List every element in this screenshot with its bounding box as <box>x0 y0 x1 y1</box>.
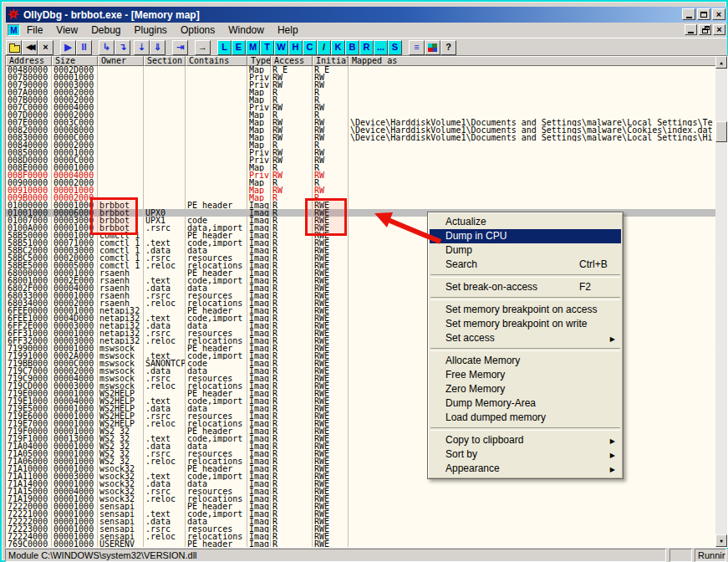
context-menu-item-dump-in-cpu[interactable]: Dump in CPU <box>430 229 621 243</box>
column-header[interactable]: Owner <box>98 56 144 66</box>
view-log-button[interactable]: L <box>217 40 232 55</box>
run-button[interactable]: ▶ <box>60 40 76 55</box>
memory-map-row[interactable]: 769C0000 00001000 USERENV PE header Imag… <box>6 540 715 547</box>
context-menu-item-free-memory[interactable]: Free Memory <box>430 368 621 382</box>
maximize-button[interactable] <box>697 8 710 20</box>
execute-till-return-button[interactable]: ⇥ <box>172 40 188 55</box>
context-menu-item-set-break-on-access[interactable]: Set break-on-access F2 <box>430 280 621 294</box>
view-threads-button[interactable]: T <box>260 40 274 55</box>
context-menu-item-sort-by[interactable]: Sort by ▶ <box>430 447 621 462</box>
memory-map-row[interactable]: 71A14000 00001000 wsock32 .data data Ima… <box>6 480 715 488</box>
column-header[interactable]: Size <box>52 56 98 66</box>
context-menu-item-set-memory-breakpoint-on-access[interactable]: Set memory breakpoint on access <box>430 303 621 317</box>
restart-button[interactable]: ◀◀ <box>22 40 38 55</box>
view-breakpoints-button[interactable]: B <box>345 40 359 55</box>
view-source-button[interactable]: S <box>388 40 402 55</box>
title-bar[interactable]: OllyDbg - brbbot.exe - [Memory map] × <box>6 7 727 23</box>
context-menu-item-set-memory-breakpoint-on-write[interactable]: Set memory breakpoint on write <box>430 317 621 331</box>
memory-map-row[interactable]: 00480000 0002D000 Map R E R E <box>6 66 715 74</box>
cell-section <box>144 307 186 314</box>
memory-map-row[interactable]: 008E0000 00001000 Map R R <box>6 164 715 171</box>
mdi-restore-button[interactable] <box>699 24 711 35</box>
column-header[interactable]: Section <box>144 56 186 66</box>
memory-map-row[interactable]: 00840000 00002000 Map R R <box>6 141 715 149</box>
mdi-close-button[interactable]: × <box>713 24 725 35</box>
context-menu-item-allocate-memory[interactable]: Allocate Memory <box>430 354 621 368</box>
memory-map-row[interactable]: 007D0000 00002000 Map R R <box>6 111 715 119</box>
memory-map-row[interactable]: 72223000 00001000 sensapi .rsrc resource… <box>6 525 715 533</box>
menu-item-view[interactable]: View <box>49 24 84 36</box>
cell-contains: relocations <box>186 262 247 269</box>
memory-map-row[interactable]: 007C0000 00004000 Priv RW RW <box>6 104 715 111</box>
context-menu-item-zero-memory[interactable]: Zero Memory <box>430 382 621 396</box>
context-menu-item-actualize[interactable]: Actualize <box>430 215 621 229</box>
open-file-button[interactable] <box>6 40 22 55</box>
pause-button[interactable]: II <box>76 40 92 55</box>
memory-map-row[interactable]: 71A19000 00001000 wsock32 .reloc relocat… <box>6 495 715 503</box>
memory-map-row[interactable]: 008F0000 00004000 Priv RW RW <box>6 171 715 179</box>
cell-owner: wsock32 <box>98 495 144 503</box>
memory-map-row[interactable]: 00790000 00003000 Priv RW RW <box>6 81 715 89</box>
memory-map-row[interactable]: 008D0000 0000C000 Priv RW RW <box>6 156 715 164</box>
column-header[interactable]: Initial <box>313 56 349 66</box>
column-header[interactable]: Type <box>247 56 271 66</box>
memory-map-row[interactable]: 00820000 00008000 Map RW RW \Device\Hard… <box>6 126 715 134</box>
close-program-button[interactable]: × <box>38 40 53 55</box>
context-menu-item-appearance[interactable]: Appearance ▶ <box>430 462 621 476</box>
view-windows-button[interactable]: W <box>274 40 288 55</box>
memory-map-row[interactable]: 007B0000 00002000 Map R R <box>6 96 715 104</box>
column-header[interactable]: Address <box>6 56 52 66</box>
help-button[interactable]: ? <box>440 40 456 55</box>
animate-into-button[interactable]: ⇣ <box>134 40 150 55</box>
memory-map-row[interactable]: 72221000 00001000 sensapi .text code,imp… <box>6 510 715 518</box>
close-button[interactable]: × <box>712 8 725 20</box>
options-button[interactable]: ≡ <box>409 40 425 55</box>
view-memory-map-button[interactable]: M <box>246 40 260 55</box>
column-header[interactable]: Contains <box>186 56 247 66</box>
step-into-button[interactable]: ↳ <box>99 40 115 55</box>
mdi-minimize-button[interactable] <box>685 24 697 35</box>
view-executables-button[interactable]: E <box>232 40 246 55</box>
view-cpu-button[interactable]: C <box>303 40 317 55</box>
scroll-up-button[interactable]: ▲ <box>715 56 727 69</box>
menu-item-file[interactable]: File <box>20 24 49 36</box>
context-menu-item-load-dumped-memory[interactable]: Load dumped memory <box>430 411 621 425</box>
memory-map-row[interactable]: 00780000 00001000 Priv RW RW <box>6 74 715 81</box>
menu-item-window[interactable]: Window <box>221 24 271 36</box>
memory-map-row[interactable]: 72222000 00001000 sensapi .data data Ima… <box>6 518 715 525</box>
context-menu-item-search[interactable]: Search Ctrl+B <box>430 258 621 272</box>
memory-map-row[interactable]: 72224000 00001000 sensapi .reloc relocat… <box>6 533 715 540</box>
context-menu-item-dump[interactable]: Dump <box>430 243 621 258</box>
view-handles-button[interactable]: H <box>288 40 303 55</box>
memory-map-row[interactable]: 007A0000 00002000 Map R R <box>6 89 715 96</box>
view-run-trace-button[interactable]: ... <box>374 40 388 55</box>
memory-map-row[interactable]: 00900000 00002000 Map R R <box>6 179 715 186</box>
column-header[interactable]: Access <box>271 56 313 66</box>
context-menu-item-copy-to-clipboard[interactable]: Copy to clipboard ▶ <box>430 433 621 447</box>
context-menu-item-dump-memory-area[interactable]: Dump Memory-Area <box>430 396 621 411</box>
memory-map-row[interactable]: 71A15000 00004000 wsock32 .rsrc resource… <box>6 488 715 495</box>
memory-map-row[interactable]: 007E0000 0003C000 Map RW RW \Device\Hard… <box>6 119 715 126</box>
menu-item-debug[interactable]: Debug <box>84 24 127 36</box>
column-header[interactable]: Mapped as <box>349 56 715 66</box>
view-references-button[interactable]: R <box>359 40 374 55</box>
menu-item-help[interactable]: Help <box>271 24 305 36</box>
view-patches-button[interactable]: / <box>317 40 331 55</box>
cell-contains <box>186 111 247 119</box>
view-call-stack-button[interactable]: K <box>331 40 345 55</box>
menu-item-options[interactable]: Options <box>174 24 221 36</box>
vertical-scrollbar[interactable]: ▲ ▼ <box>715 56 727 547</box>
memory-map-row[interactable]: 00910000 00001000 Map RW RW <box>6 186 715 194</box>
scrollbar-thumb[interactable] <box>715 121 727 142</box>
step-over-button[interactable]: ↴ <box>115 40 130 55</box>
appearance-button[interactable] <box>425 40 440 55</box>
menu-item-plugins[interactable]: Plugins <box>128 24 174 36</box>
memory-map-row[interactable]: 72220000 00001000 sensapi PE header Imag… <box>6 503 715 510</box>
memory-map-row[interactable]: 00830000 0000C000 Map RW RW \Device\Hard… <box>6 134 715 141</box>
scroll-down-button[interactable]: ▼ <box>715 534 727 547</box>
context-menu-item-set-access[interactable]: Set access ▶ <box>430 331 621 345</box>
go-to-address-button[interactable]: → <box>195 40 211 55</box>
minimize-button[interactable] <box>682 8 695 20</box>
animate-over-button[interactable]: ⇓ <box>150 40 165 55</box>
memory-map-row[interactable]: 00850000 00001000 Priv RW RW <box>6 149 715 156</box>
